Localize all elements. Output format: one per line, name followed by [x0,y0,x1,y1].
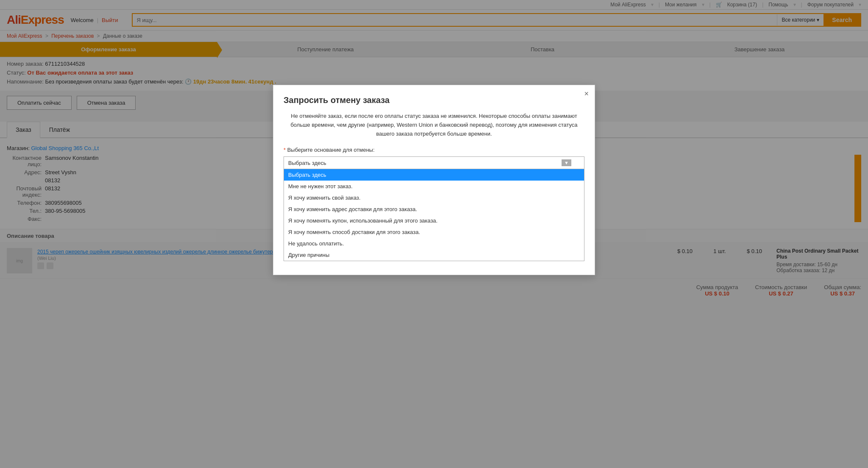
modal-warning-text: Не отменяйте заказ, если после его оплат… [284,112,584,138]
modal-select-label: * Выберите основание для отмены: [284,147,584,153]
cancel-order-modal: × Запросить отмену заказа Не отменяйте з… [273,85,595,275]
dropdown-item-5[interactable]: Я хочу поменять способ доставки для этог… [284,226,584,238]
dropdown-item-6[interactable]: Не удалось оплатить. [284,238,584,249]
select-value: Выбрать здесь [288,160,326,166]
dropdown-item-4[interactable]: Я хочу поменять купон, использованный дл… [284,215,584,226]
select-arrow-icon: ▼ [562,159,571,166]
modal-close-button[interactable]: × [584,89,589,98]
reason-select-wrapper: Выбрать здесь ▼ Выбрать здесь Мне не нуж… [284,156,584,261]
modal-overlay: × Запросить отмену заказа Не отменяйте з… [0,0,868,302]
modal-title: Запросить отмену заказа [284,95,584,105]
reason-select-display[interactable]: Выбрать здесь ▼ [284,156,584,169]
dropdown-item-1[interactable]: Мне не нужен этот заказ. [284,181,584,192]
dropdown-item-0[interactable]: Выбрать здесь [284,169,584,181]
dropdown-item-7[interactable]: Другие причины [284,249,584,261]
dropdown-item-2[interactable]: Я хочу изменить свой заказ. [284,192,584,203]
reason-dropdown: Выбрать здесь Мне не нужен этот заказ. Я… [284,169,584,261]
dropdown-item-3[interactable]: Я хочу изменить адрес доставки для этого… [284,203,584,215]
